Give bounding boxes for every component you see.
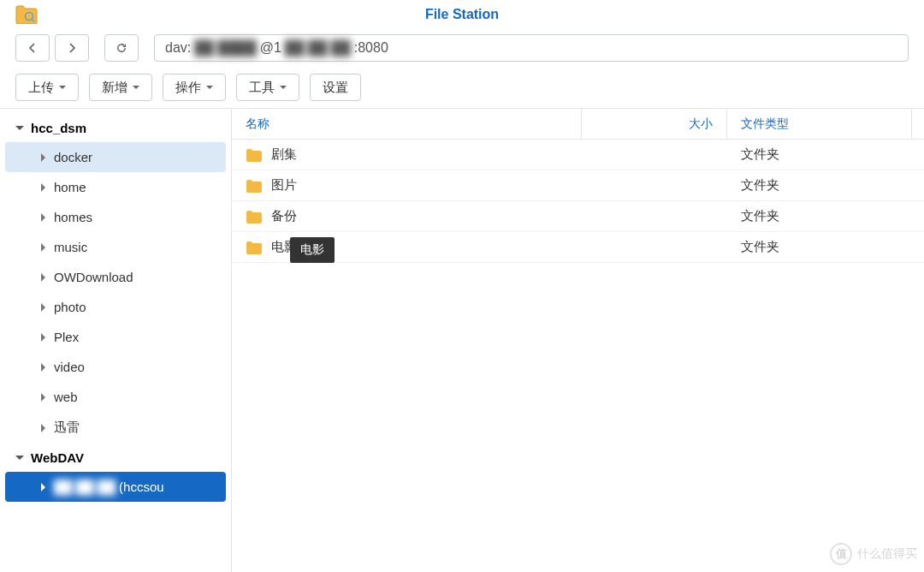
watermark: 值 什么值得买 bbox=[830, 543, 917, 565]
chevron-right-icon bbox=[41, 273, 45, 282]
sidebar-item-label: OWDownload bbox=[54, 270, 133, 284]
sidebar-item-home[interactable]: home bbox=[5, 172, 226, 202]
app-icon bbox=[15, 5, 38, 24]
sidebar-item-music[interactable]: music bbox=[5, 232, 226, 262]
chevron-right-icon bbox=[41, 333, 45, 342]
chevron-down-icon bbox=[15, 126, 24, 130]
sidebar-item-label: Plex bbox=[54, 330, 79, 344]
forward-button[interactable] bbox=[55, 34, 89, 62]
upload-label: 上传 bbox=[28, 80, 54, 96]
upload-button[interactable]: 上传 bbox=[15, 74, 79, 101]
sidebar-item-suffix: (hccsou bbox=[119, 480, 164, 494]
sidebar-item-label: web bbox=[54, 390, 78, 404]
tree-root-label: hcc_dsm bbox=[31, 121, 86, 135]
address-hidden2: ██ ██ ██ bbox=[285, 40, 351, 56]
sidebar-item-label: photo bbox=[54, 300, 86, 314]
tool-button[interactable]: 工具 bbox=[236, 74, 299, 101]
tooltip: 电影 bbox=[290, 237, 335, 263]
back-button[interactable] bbox=[15, 34, 50, 62]
action-label: 操作 bbox=[175, 80, 201, 96]
address-at: @1 bbox=[260, 40, 281, 56]
file-type: 文件夹 bbox=[741, 146, 779, 163]
sidebar-item-photo[interactable]: photo bbox=[5, 292, 226, 322]
chevron-down-icon bbox=[280, 86, 287, 89]
chevron-right-icon bbox=[41, 303, 45, 312]
sidebar-item-迅雷[interactable]: 迅雷 bbox=[5, 412, 226, 444]
chevron-right-icon bbox=[41, 424, 45, 432]
chevron-right-icon bbox=[41, 483, 45, 492]
tree-root-webdav[interactable]: WebDAV bbox=[0, 444, 231, 472]
tool-label: 工具 bbox=[249, 80, 275, 96]
sidebar: hcc_dsm dockerhomehomesmusicOWDownloadph… bbox=[0, 108, 231, 572]
settings-button[interactable]: 设置 bbox=[310, 74, 361, 101]
tree-root-label: WebDAV bbox=[31, 450, 84, 465]
sidebar-item-label: docker bbox=[54, 150, 92, 164]
watermark-text: 什么值得买 bbox=[857, 546, 917, 562]
table-row[interactable]: 剧集文件夹 bbox=[232, 140, 924, 170]
file-name: 剧集 bbox=[271, 146, 297, 163]
table-row[interactable]: 图片文件夹 bbox=[232, 170, 924, 201]
sidebar-item-label: music bbox=[54, 240, 87, 254]
tree-root-hccdsm[interactable]: hcc_dsm bbox=[0, 114, 231, 142]
table-row[interactable]: 备份文件夹 bbox=[232, 201, 924, 232]
chevron-right-icon bbox=[41, 363, 45, 372]
chevron-down-icon bbox=[206, 86, 213, 89]
chevron-down-icon bbox=[15, 456, 24, 460]
table-header: 名称 大小 文件类型 bbox=[232, 109, 924, 140]
address-hidden1: ██ ████ bbox=[194, 40, 256, 56]
chevron-right-icon bbox=[41, 213, 45, 222]
column-type[interactable]: 文件类型 bbox=[727, 109, 924, 139]
chevron-right-icon bbox=[41, 393, 45, 402]
file-name: 图片 bbox=[271, 177, 297, 194]
sidebar-item-hidden: ██ ██ ██ bbox=[54, 480, 116, 494]
watermark-icon: 值 bbox=[830, 543, 852, 565]
address-port: :8080 bbox=[354, 40, 388, 56]
sidebar-item-web[interactable]: web bbox=[5, 382, 226, 412]
sidebar-item-homes[interactable]: homes bbox=[5, 202, 226, 232]
sidebar-item-owdownload[interactable]: OWDownload bbox=[5, 262, 226, 292]
sidebar-item-label: homes bbox=[54, 210, 92, 224]
new-label: 新增 bbox=[102, 80, 127, 96]
app-title: File Station bbox=[425, 7, 499, 22]
chevron-right-icon bbox=[41, 153, 45, 162]
sidebar-item-docker[interactable]: docker bbox=[5, 142, 226, 172]
chevron-down-icon bbox=[59, 86, 66, 89]
column-name[interactable]: 名称 bbox=[232, 109, 582, 139]
refresh-button[interactable] bbox=[104, 34, 139, 62]
file-type: 文件夹 bbox=[741, 208, 779, 224]
file-list: 名称 大小 文件类型 剧集文件夹图片文件夹备份文件夹电影文件夹 电影 bbox=[231, 108, 924, 572]
column-size[interactable]: 大小 bbox=[582, 109, 727, 139]
address-bar[interactable]: dav: ██ ████ @1 ██ ██ ██ :8080 bbox=[154, 34, 909, 62]
sidebar-item-label: video bbox=[54, 360, 85, 374]
new-button[interactable]: 新增 bbox=[89, 74, 152, 101]
action-button[interactable]: 操作 bbox=[163, 74, 226, 101]
chevron-right-icon bbox=[41, 243, 45, 252]
file-type: 文件夹 bbox=[741, 239, 779, 255]
sidebar-item-video[interactable]: video bbox=[5, 352, 226, 382]
chevron-down-icon bbox=[133, 86, 139, 89]
sidebar-item-label: home bbox=[54, 180, 86, 194]
file-type: 文件夹 bbox=[741, 177, 779, 194]
sidebar-item-label: 迅雷 bbox=[54, 420, 80, 436]
address-prefix: dav: bbox=[165, 40, 191, 56]
chevron-right-icon bbox=[41, 183, 45, 192]
table-row[interactable]: 电影文件夹 bbox=[232, 232, 924, 263]
sidebar-item-plex[interactable]: Plex bbox=[5, 322, 226, 352]
sidebar-item-webdav-active[interactable]: ██ ██ ██ (hccsou bbox=[5, 472, 226, 502]
settings-label: 设置 bbox=[323, 80, 348, 96]
file-name: 备份 bbox=[271, 208, 297, 224]
